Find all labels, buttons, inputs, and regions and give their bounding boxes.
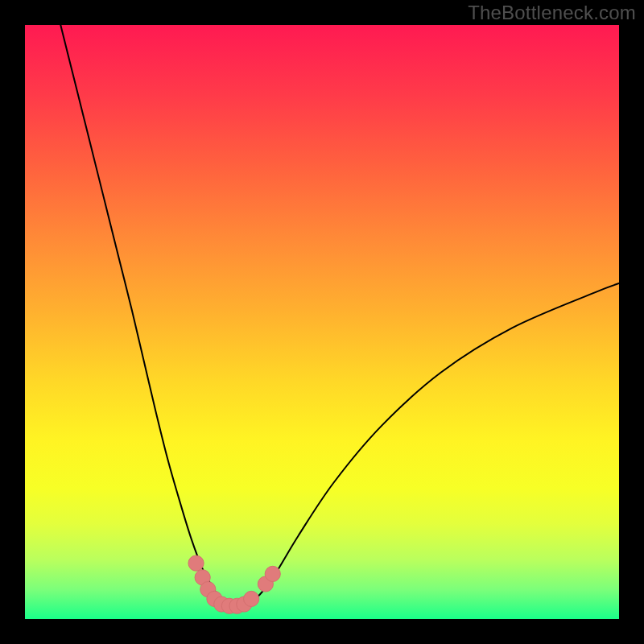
curve-marker-8 bbox=[244, 591, 259, 606]
bottleneck-curve-path bbox=[60, 25, 619, 606]
marker-group bbox=[188, 555, 280, 613]
curve-marker-0 bbox=[188, 555, 204, 571]
chart-stage: TheBottleneck.com bbox=[0, 0, 644, 644]
curve-marker-10 bbox=[265, 566, 280, 581]
chart-overlay bbox=[25, 25, 619, 619]
watermark-text: TheBottleneck.com bbox=[468, 2, 636, 24]
